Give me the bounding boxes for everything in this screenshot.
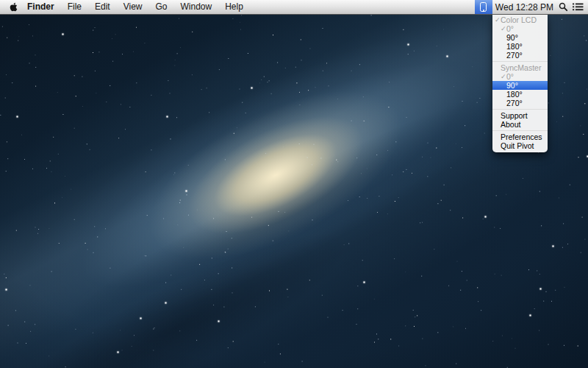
- menu-item-label: 270°: [506, 51, 523, 60]
- menu-item-label: Preferences: [501, 132, 542, 141]
- notification-center-icon: [573, 3, 584, 11]
- checkmark-icon: ✓: [501, 72, 506, 81]
- menu-item-label: 0°: [506, 72, 514, 81]
- pivot-menu-extra[interactable]: [475, 0, 492, 14]
- color-lcd-display-item-90deg[interactable]: 90°: [492, 33, 548, 42]
- checkmark-icon: ✓: [495, 15, 501, 24]
- menubar-menu-window[interactable]: Window: [174, 0, 219, 14]
- menu-item-label: 0°: [506, 24, 514, 33]
- pivot-dropdown-menu: ✓Color LCD✓0°90°180°270°SyncMaster✓0°90°…: [492, 15, 548, 152]
- menu-item-label: 270°: [506, 99, 523, 107]
- menu-item-label: 90°: [506, 81, 518, 90]
- menu-item-label: 180°: [506, 90, 523, 99]
- pivot-display-icon: [480, 2, 487, 12]
- menu-item-label: SyncMaster: [501, 63, 541, 72]
- menu-bar-left: FinderFileEditViewGoWindowHelp: [0, 0, 250, 14]
- notification-center-menu-extra[interactable]: [570, 0, 586, 14]
- menu-item-label: About: [501, 120, 520, 129]
- syncmaster-display-item-0deg: ✓0°: [492, 72, 548, 81]
- menu-item-label: 180°: [506, 42, 523, 51]
- menubar-menu-help[interactable]: Help: [218, 0, 250, 14]
- syncmaster-display-item-90deg[interactable]: 90°: [492, 81, 548, 90]
- menu-item-label: Color LCD: [501, 15, 537, 24]
- menubar-menu-view[interactable]: View: [117, 0, 149, 14]
- color-lcd-display-item-0deg: ✓0°: [492, 24, 548, 33]
- app-actions-item-quit-pivot[interactable]: Quit Pivot: [492, 141, 548, 150]
- menu-bar-status-area: Wed 12:28 PM: [475, 0, 588, 14]
- menu-item-label: Support: [501, 111, 528, 120]
- menu-separator: [492, 61, 548, 62]
- menubar-menu-file[interactable]: File: [61, 0, 88, 14]
- menu-item-label: Quit Pivot: [501, 141, 534, 150]
- help-actions-item-support[interactable]: Support: [492, 111, 548, 120]
- apple-menu[interactable]: [0, 0, 21, 14]
- menubar-menu-edit[interactable]: Edit: [88, 0, 117, 14]
- spotlight-menu-extra[interactable]: [556, 0, 570, 14]
- menu-separator: [492, 130, 548, 131]
- apple-logo-icon: [10, 2, 18, 12]
- syncmaster-display-item-180deg[interactable]: 180°: [492, 90, 548, 99]
- app-actions-item-preferences[interactable]: Preferences: [492, 132, 548, 141]
- menubar-menu-go[interactable]: Go: [149, 0, 174, 14]
- menu-bar-menus: FinderFileEditViewGoWindowHelp: [21, 0, 250, 14]
- color-lcd-display-item-180deg[interactable]: 180°: [492, 42, 548, 51]
- color-lcd-display-item-color-lcd: ✓Color LCD: [492, 15, 548, 24]
- menu-bar-clock[interactable]: Wed 12:28 PM: [492, 2, 556, 13]
- color-lcd-display-item-270deg[interactable]: 270°: [492, 51, 548, 60]
- spotlight-search-icon: [559, 2, 568, 12]
- menubar-menu-finder[interactable]: Finder: [21, 0, 61, 14]
- checkmark-icon: ✓: [501, 24, 506, 33]
- macos-desktop-screen: FinderFileEditViewGoWindowHelp Wed 12:28…: [0, 0, 588, 368]
- help-actions-item-about[interactable]: About: [492, 120, 548, 129]
- syncmaster-display-item-270deg[interactable]: 270°: [492, 99, 548, 107]
- menu-bar: FinderFileEditViewGoWindowHelp Wed 12:28…: [0, 0, 588, 15]
- syncmaster-display-item-syncmaster: SyncMaster: [492, 63, 548, 72]
- menu-item-label: 90°: [506, 33, 518, 42]
- menu-separator: [492, 109, 548, 110]
